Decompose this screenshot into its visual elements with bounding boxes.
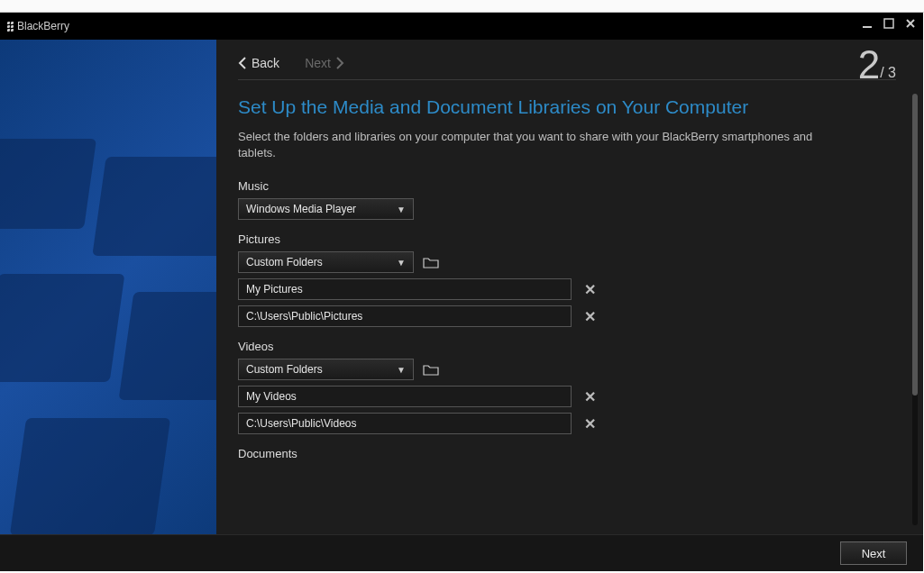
step-current: 2: [858, 42, 880, 86]
music-label: Music: [238, 179, 896, 193]
step-indicator: 2/ 3: [858, 45, 896, 85]
pictures-path-1[interactable]: My Pictures: [238, 278, 572, 300]
window-controls: [860, 16, 918, 31]
minimize-button[interactable]: [860, 16, 874, 31]
path-row: My Videos ✕: [238, 386, 896, 407]
pictures-select-value: Custom Folders: [246, 256, 323, 268]
chevron-down-icon: ▼: [397, 365, 406, 375]
section-pictures: Pictures Custom Folders ▼ My Pictures ✕ …: [238, 232, 896, 327]
app-window: BlackBerry: [0, 13, 923, 571]
section-music: Music Windows Media Player ▼: [238, 179, 896, 220]
back-label: Back: [252, 56, 279, 70]
step-total: / 3: [880, 65, 896, 80]
pictures-select[interactable]: Custom Folders ▼: [238, 251, 414, 273]
footer-next-label: Next: [862, 547, 886, 560]
remove-button[interactable]: ✕: [582, 308, 597, 325]
content-row: Back Next 2/ 3 Set Up the Media and Docu…: [0, 40, 923, 534]
chevron-right-icon: [336, 57, 344, 69]
chevron-down-icon: ▼: [397, 205, 406, 214]
pictures-label: Pictures: [238, 232, 896, 246]
brand-logo: BlackBerry: [7, 20, 69, 32]
remove-button[interactable]: ✕: [582, 281, 597, 298]
svg-rect-1: [884, 19, 893, 28]
scrollbar[interactable]: [912, 94, 918, 525]
back-button[interactable]: Back: [238, 56, 279, 70]
brand-name: BlackBerry: [17, 20, 69, 32]
path-row: My Pictures ✕: [238, 278, 896, 300]
documents-label: Documents: [238, 447, 896, 460]
browse-folder-button[interactable]: [423, 363, 439, 376]
chevron-down-icon: ▼: [397, 258, 406, 268]
divider: [238, 79, 896, 80]
sidebar-art: [0, 40, 216, 534]
page-intro: Select the folders and libraries on your…: [238, 129, 815, 161]
scroll-thumb[interactable]: [912, 94, 918, 396]
music-select-value: Windows Media Player: [246, 203, 356, 215]
section-videos: Videos Custom Folders ▼ My Videos ✕ C:\U…: [238, 340, 896, 434]
remove-button[interactable]: ✕: [582, 415, 597, 432]
path-row: C:\Users\Public\Videos ✕: [238, 413, 896, 434]
music-select[interactable]: Windows Media Player ▼: [238, 198, 414, 220]
blackberry-logo-icon: [7, 22, 14, 32]
close-button[interactable]: [903, 16, 918, 31]
videos-path-1[interactable]: My Videos: [238, 386, 572, 407]
remove-button[interactable]: ✕: [582, 388, 597, 405]
next-nav-label: Next: [305, 56, 331, 70]
videos-select-value: Custom Folders: [246, 363, 323, 376]
next-nav-disabled: Next: [305, 56, 344, 70]
section-documents: Documents: [238, 447, 896, 460]
browse-folder-button[interactable]: [423, 256, 439, 268]
pictures-path-2[interactable]: C:\Users\Public\Pictures: [238, 305, 572, 327]
chevron-left-icon: [238, 57, 246, 69]
footer: Next: [0, 534, 923, 571]
videos-select[interactable]: Custom Folders ▼: [238, 359, 414, 380]
maximize-button[interactable]: [882, 16, 896, 31]
main-panel: Back Next 2/ 3 Set Up the Media and Docu…: [216, 40, 923, 534]
page-title: Set Up the Media and Document Libraries …: [238, 96, 896, 118]
browser-chrome-top: [0, 0, 924, 13]
svg-rect-0: [863, 26, 872, 28]
videos-label: Videos: [238, 340, 896, 353]
titlebar: BlackBerry: [0, 13, 923, 40]
videos-path-2[interactable]: C:\Users\Public\Videos: [238, 413, 572, 434]
path-row: C:\Users\Public\Pictures ✕: [238, 305, 896, 327]
footer-next-button[interactable]: Next: [840, 541, 907, 565]
wizard-nav: Back Next: [238, 56, 896, 70]
